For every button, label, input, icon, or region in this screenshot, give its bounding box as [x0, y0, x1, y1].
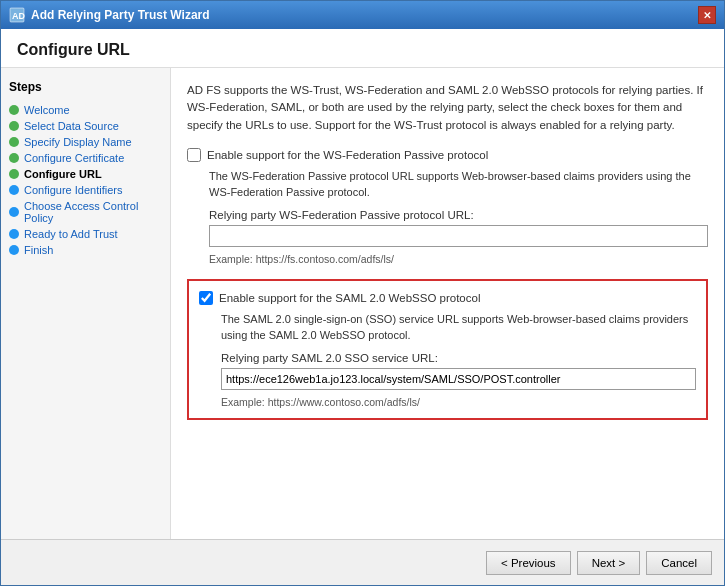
sidebar-label-configure-url: Configure URL	[24, 168, 102, 180]
dot-finish	[9, 245, 19, 255]
dot-certificate	[9, 153, 19, 163]
sidebar-label-ready: Ready to Add Trust	[24, 228, 118, 240]
main-window: AD Add Relying Party Trust Wizard ✕ Conf…	[0, 0, 725, 586]
wizard-icon: AD	[9, 7, 25, 23]
saml-checkbox[interactable]	[199, 291, 213, 305]
ws-federation-field-label: Relying party WS-Federation Passive prot…	[209, 209, 708, 221]
sidebar-item-configure-identifiers[interactable]: Configure Identifiers	[9, 182, 162, 198]
ws-federation-details: The WS-Federation Passive protocol URL s…	[209, 168, 708, 265]
sidebar: Steps Welcome Select Data Source Specify…	[1, 68, 171, 539]
cancel-button[interactable]: Cancel	[646, 551, 712, 575]
sidebar-label-finish: Finish	[24, 244, 53, 256]
sidebar-label-identifiers: Configure Identifiers	[24, 184, 122, 196]
window-title: Add Relying Party Trust Wizard	[31, 8, 210, 22]
footer: < Previous Next > Cancel	[1, 539, 724, 585]
close-button[interactable]: ✕	[698, 6, 716, 24]
dot-access-control	[9, 207, 19, 217]
sidebar-item-ready-to-add-trust[interactable]: Ready to Add Trust	[9, 226, 162, 242]
sidebar-item-specify-display-name[interactable]: Specify Display Name	[9, 134, 162, 150]
next-button[interactable]: Next >	[577, 551, 641, 575]
saml-checkbox-label[interactable]: Enable support for the SAML 2.0 WebSSO p…	[219, 292, 480, 304]
sidebar-item-configure-url[interactable]: Configure URL	[9, 166, 162, 182]
dot-welcome	[9, 105, 19, 115]
sidebar-item-welcome[interactable]: Welcome	[9, 102, 162, 118]
saml-checkbox-row: Enable support for the SAML 2.0 WebSSO p…	[199, 291, 696, 305]
sidebar-label-access-control: Choose Access Control Policy	[24, 200, 162, 224]
title-bar: AD Add Relying Party Trust Wizard ✕	[1, 1, 724, 29]
page-title: Configure URL	[17, 41, 130, 58]
sidebar-label-display-name: Specify Display Name	[24, 136, 132, 148]
dot-display-name	[9, 137, 19, 147]
saml-example: Example: https://www.contoso.com/adfs/ls…	[221, 396, 696, 408]
sidebar-heading: Steps	[9, 80, 162, 94]
sidebar-label-select-data: Select Data Source	[24, 120, 119, 132]
ws-federation-checkbox[interactable]	[187, 148, 201, 162]
saml-url-input[interactable]	[221, 368, 696, 390]
page-header: Configure URL	[1, 29, 724, 68]
ws-federation-checkbox-label[interactable]: Enable support for the WS-Federation Pas…	[207, 149, 488, 161]
description-text: AD FS supports the WS-Trust, WS-Federati…	[187, 82, 708, 134]
main-content-area: AD FS supports the WS-Trust, WS-Federati…	[171, 68, 724, 539]
title-bar-left: AD Add Relying Party Trust Wizard	[9, 7, 210, 23]
ws-federation-section: Enable support for the WS-Federation Pas…	[187, 148, 708, 265]
ws-federation-url-input[interactable]	[209, 225, 708, 247]
sidebar-label-welcome: Welcome	[24, 104, 70, 116]
saml-sub-text: The SAML 2.0 single-sign-on (SSO) servic…	[221, 311, 696, 344]
previous-button[interactable]: < Previous	[486, 551, 571, 575]
sidebar-label-certificate: Configure Certificate	[24, 152, 124, 164]
dot-select-data	[9, 121, 19, 131]
sidebar-item-configure-certificate[interactable]: Configure Certificate	[9, 150, 162, 166]
sidebar-item-finish[interactable]: Finish	[9, 242, 162, 258]
ws-federation-sub-text: The WS-Federation Passive protocol URL s…	[209, 168, 708, 201]
ws-federation-example: Example: https://fs.contoso.com/adfs/ls/	[209, 253, 708, 265]
dot-configure-url	[9, 169, 19, 179]
ws-federation-checkbox-row: Enable support for the WS-Federation Pas…	[187, 148, 708, 162]
saml-field-label: Relying party SAML 2.0 SSO service URL:	[221, 352, 696, 364]
svg-text:AD: AD	[12, 11, 25, 21]
dot-ready	[9, 229, 19, 239]
dot-identifiers	[9, 185, 19, 195]
sidebar-item-select-data-source[interactable]: Select Data Source	[9, 118, 162, 134]
saml-highlighted-section: Enable support for the SAML 2.0 WebSSO p…	[187, 279, 708, 420]
sidebar-item-choose-access-control[interactable]: Choose Access Control Policy	[9, 198, 162, 226]
content-area: Steps Welcome Select Data Source Specify…	[1, 68, 724, 539]
saml-details: The SAML 2.0 single-sign-on (SSO) servic…	[221, 311, 696, 408]
